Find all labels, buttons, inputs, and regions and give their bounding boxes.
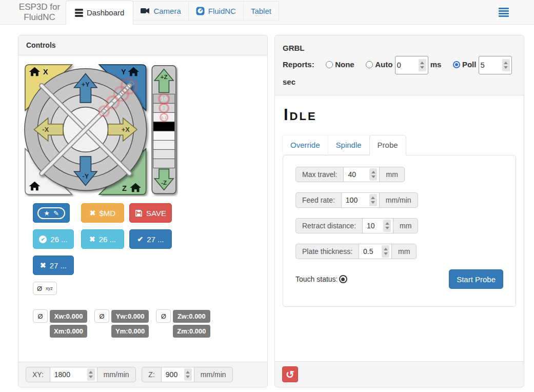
start-probe-button[interactable]: Start Probe — [449, 269, 503, 289]
macro-27-check-label: 27 ... — [147, 235, 164, 244]
jog-pad: X Y Z — [23, 63, 260, 198]
x-work-coordinate: Xw:0.000 — [50, 310, 87, 323]
feed-rate-unit: mm/min — [380, 192, 418, 208]
reports-auto-radio[interactable] — [366, 61, 373, 68]
retract-distance-spinner[interactable] — [383, 220, 391, 232]
y-plus-label: +Y — [82, 81, 90, 88]
z-step-1-label: 1 — [162, 105, 166, 111]
touch-status: Touch status: — [295, 275, 347, 283]
macro-27-cross-button[interactable]: ✖ 27 ... — [33, 256, 74, 275]
edit-macros-button[interactable]: ★ ✎ — [33, 203, 70, 223]
controls-panel: Controls X Y — [18, 35, 268, 387]
z-feedrate-unit: mm/min — [194, 367, 233, 382]
auto-interval-spinner[interactable] — [419, 59, 426, 71]
controls-panel-body: X Y Z — [18, 55, 267, 362]
feed-rate-input[interactable] — [346, 196, 368, 204]
grbl-title: GRBL — [283, 44, 305, 52]
retract-distance-field: Retract distance: mm — [295, 218, 503, 233]
z-step-cells[interactable]: 10 1 0.1 — [153, 94, 175, 168]
grbl-reports-label: Reports: — [283, 60, 314, 69]
feed-rate-spinner[interactable] — [369, 194, 377, 206]
zero-y-button[interactable]: Ø — [94, 309, 109, 323]
xy-feedrate-unit: mm/min — [97, 367, 136, 382]
grbl-panel-body: Idle Override Spindle Probe Max travel: … — [275, 95, 524, 361]
touch-status-row: Touch status: Start Probe — [295, 269, 503, 289]
macro-26-cross-button[interactable]: ✖ 26 ... — [81, 229, 124, 249]
reports-none-radio[interactable] — [326, 61, 333, 68]
z-coordinate-column: Ø Zw:0.000 Zm:0.000 — [156, 309, 210, 338]
tab-override[interactable]: Override — [282, 135, 328, 155]
tab-dashboard[interactable]: Dashboard — [66, 1, 133, 25]
hamburger-menu-icon[interactable] — [499, 8, 509, 17]
app-brand: ESP3D for FluidNC — [13, 2, 66, 23]
macro-27-cross-label: 27 ... — [50, 261, 67, 270]
reports-none-label: None — [335, 60, 354, 69]
y-minus-label: -Y — [82, 173, 89, 180]
reset-icon: ↺ — [286, 369, 294, 380]
plate-thickness-unit: mm — [392, 244, 417, 259]
grbl-reports-header: GRBL Reports: None Auto ms Poll sec — [275, 35, 524, 95]
check-circle-icon: ✔ — [39, 236, 47, 243]
macro-button-row-1: ★ ✎ ✖ $MD SAVE — [33, 203, 260, 223]
feedrate-footer: XY: mm/min Z: mm/min — [18, 362, 267, 387]
xy-feedrate-input[interactable] — [54, 370, 86, 379]
xy-feedrate-label: XY: — [26, 367, 50, 382]
tab-probe[interactable]: Probe — [369, 135, 406, 155]
plate-thickness-label: Plate thickness: — [295, 244, 359, 259]
cross-icon: ✖ — [90, 209, 96, 217]
tab-spindle[interactable]: Spindle — [328, 135, 370, 155]
x-coordinate-column: Ø Xw:0.000 Xm:0.000 — [33, 309, 87, 338]
z-work-coordinate: Zw:0.000 — [173, 310, 210, 323]
md-macro-button[interactable]: ✖ $MD — [81, 203, 124, 223]
zero-z-button[interactable]: Ø — [156, 309, 171, 323]
macro-26-check-button[interactable]: ✔ 26 ... — [33, 229, 74, 249]
save-button[interactable]: SAVE — [129, 203, 172, 223]
y-machine-coordinate: Ym:0.000 — [111, 325, 149, 338]
x-machine-coordinate: Xm:0.000 — [50, 325, 87, 338]
z-step-0.1-label: 0.1 — [161, 115, 167, 120]
tab-tablet[interactable]: Tablet — [243, 1, 279, 21]
tab-fluidnc[interactable]: FluidNC — [188, 1, 244, 21]
poll-interval-input[interactable] — [481, 57, 501, 73]
feed-rate-label: Feed rate: — [295, 192, 341, 208]
plate-thickness-spinner[interactable] — [382, 245, 389, 258]
camera-icon — [141, 7, 150, 14]
tab-camera[interactable]: Camera — [133, 1, 188, 21]
poll-interval-spinner[interactable] — [502, 59, 510, 71]
zero-xyz-suffix: xyz — [46, 286, 53, 291]
reports-poll-radio[interactable] — [453, 61, 460, 68]
auto-interval-input[interactable] — [397, 57, 418, 73]
zero-x-button[interactable]: Ø — [33, 309, 48, 323]
macro-27-check-button[interactable]: ✔ 27 ... — [129, 229, 172, 249]
retract-distance-unit: mm — [393, 218, 418, 233]
zero-xyz-button[interactable]: Øxyz — [33, 282, 57, 295]
probe-tab-content: Max travel: mm Feed rate: — [283, 155, 516, 307]
z-feedrate-input[interactable] — [166, 370, 183, 379]
gauge-icon — [196, 7, 205, 15]
save-icon — [135, 209, 143, 217]
save-label: SAVE — [146, 209, 166, 218]
feed-rate-field: Feed rate: mm/min — [295, 192, 503, 208]
reports-poll-label: Poll — [462, 60, 477, 69]
machine-status: Idle — [284, 106, 516, 124]
macro-26-cross-label: 26 ... — [99, 235, 116, 244]
plate-thickness-input[interactable] — [363, 247, 381, 256]
check-icon: ✔ — [137, 235, 143, 243]
max-travel-spinner[interactable] — [369, 168, 377, 181]
tab-dashboard-label: Dashboard — [87, 8, 124, 17]
z-minus-label: -Z — [161, 179, 167, 186]
z-jog-strip: +Z 10 1 — [152, 66, 176, 193]
reset-button[interactable]: ↺ — [282, 366, 298, 382]
x-minus-label: -X — [43, 126, 49, 133]
plate-thickness-field: Plate thickness: mm — [295, 244, 503, 259]
y-work-coordinate: Yw:0.000 — [111, 310, 149, 323]
z-feedrate-spinner[interactable] — [184, 368, 192, 381]
tab-tablet-label: Tablet — [251, 7, 271, 15]
home-z-label: Z — [122, 184, 127, 192]
max-travel-input[interactable] — [348, 170, 368, 179]
z-plus-label: +Z — [161, 73, 168, 80]
xy-feedrate-spinner[interactable] — [87, 368, 95, 381]
top-navbar: ESP3D for FluidNC Dashboard Camera Fluid… — [0, 0, 534, 25]
retract-distance-input[interactable] — [367, 222, 382, 230]
max-travel-label: Max travel: — [295, 167, 343, 182]
